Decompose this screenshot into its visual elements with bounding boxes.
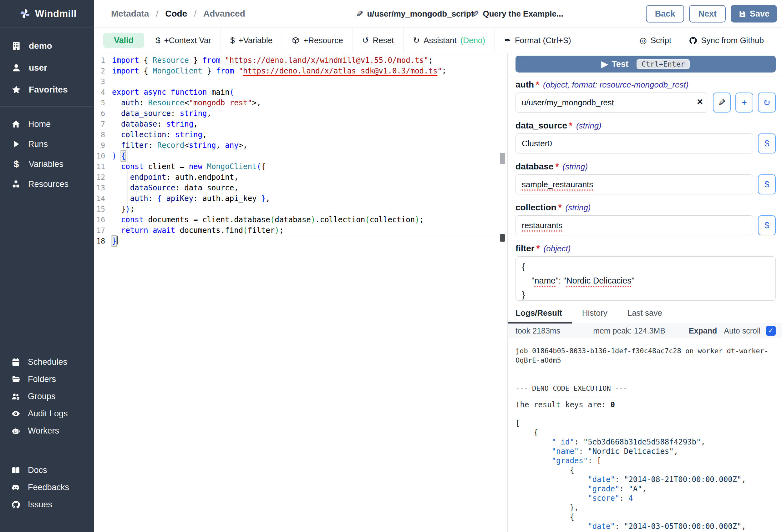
nav-label: Home xyxy=(28,119,51,129)
field-label-collection: collection* (string) xyxy=(516,202,776,213)
add-context-var-button[interactable]: $ +Context Var xyxy=(146,28,220,53)
required-mark: * xyxy=(569,121,572,131)
editor-toolbar: Valid $ +Context Var $ +Variable +Resour… xyxy=(94,28,782,53)
dollar-icon: $ xyxy=(765,180,770,189)
field-label-database: database* (string) xyxy=(516,162,776,172)
top-buttons: Back Next Save xyxy=(646,5,777,23)
logo[interactable]: Windmill xyxy=(0,0,94,28)
windmill-logo-icon xyxy=(20,8,31,20)
data-source-input[interactable]: Cluster0 xyxy=(516,134,753,153)
code-editor[interactable]: 1import { Resource } from "https://deno.… xyxy=(94,53,507,532)
add-context-var-label: +Context Var xyxy=(164,36,211,45)
field-label-data-source: data_source* (string) xyxy=(516,121,776,131)
add-variable-button[interactable]: $ +Variable xyxy=(220,28,282,53)
sidebar-item-groups[interactable]: Groups xyxy=(0,388,94,405)
clear-icon[interactable]: × xyxy=(697,96,703,108)
autoscroll-checkbox[interactable]: ✓ xyxy=(766,326,776,336)
required-mark: * xyxy=(536,243,540,254)
nav-label: Resources xyxy=(28,180,69,189)
sync-from-github-button[interactable]: Sync from Github xyxy=(689,28,764,53)
collection-input[interactable]: restaurants xyxy=(516,215,753,235)
run-panel: ▶ Test Ctrl+Enter auth* (object, format:… xyxy=(508,53,782,532)
tab-advanced[interactable]: Advanced xyxy=(203,9,245,19)
plus-icon: + xyxy=(742,98,747,108)
refresh-icon: ↻ xyxy=(763,98,771,108)
test-button[interactable]: ▶ Test Ctrl+Enter xyxy=(516,55,776,73)
add-resource-button[interactable]: +Resource xyxy=(282,28,352,53)
result-divider xyxy=(508,396,782,396)
admin-label: Workers xyxy=(28,426,59,436)
editor-scrollbar-thumb[interactable] xyxy=(500,153,505,164)
sidebar-item-runs[interactable]: Runs xyxy=(0,134,94,154)
footer-label: Docs xyxy=(28,465,47,475)
script-kind-button[interactable]: ◎ Script xyxy=(640,28,671,53)
sidebar-item-schedules[interactable]: Schedules xyxy=(0,353,94,371)
top-bar: Metadata / Code / Advanced ✎ u/user/my_m… xyxy=(94,0,782,28)
expand-button[interactable]: Expand xyxy=(689,326,717,335)
sidebar-divider xyxy=(0,106,94,107)
database-input[interactable]: sample_restaurants xyxy=(516,175,753,194)
field-row-data-source: Cluster0 $ xyxy=(516,134,776,153)
refresh-resource-button[interactable]: ↻ xyxy=(758,92,776,113)
tab-last-save[interactable]: Last save xyxy=(617,308,672,323)
user-label: user xyxy=(29,63,47,73)
sidebar-item-folders[interactable]: Folders xyxy=(0,371,94,388)
sidebar-item-feedbacks[interactable]: Feedbacks xyxy=(0,479,94,496)
tab-logs-result[interactable]: Logs/Result xyxy=(508,308,572,324)
run-duration: took 2183ms xyxy=(516,326,560,335)
save-icon xyxy=(738,10,747,18)
tab-code[interactable]: Code xyxy=(165,9,187,19)
sidebar-item-docs[interactable]: Docs xyxy=(0,462,94,479)
sidebar-item-workers[interactable]: Workers xyxy=(0,422,94,440)
code-lines[interactable]: 1import { Resource } from "https://deno.… xyxy=(94,55,507,246)
tab-metadata[interactable]: Metadata xyxy=(111,9,149,19)
next-button[interactable]: Next xyxy=(689,5,726,23)
field-type: (string) xyxy=(566,203,591,213)
insert-variable-button[interactable]: $ xyxy=(758,175,776,194)
script-path[interactable]: ✎ u/user/my_mongodb_script xyxy=(356,0,473,28)
dollar-icon: $ xyxy=(230,36,235,45)
edit-resource-button[interactable]: ✎ xyxy=(713,92,731,113)
autoscroll-label: Auto scroll xyxy=(724,326,760,335)
section-divider xyxy=(508,77,782,77)
save-button[interactable]: Save xyxy=(731,5,777,23)
insert-variable-button[interactable]: $ xyxy=(758,215,776,235)
assistant-label: Assistant xyxy=(424,36,457,45)
breadcrumb-separator: / xyxy=(156,9,158,19)
script-summary[interactable]: ✎ Query the Example... xyxy=(472,0,563,28)
pencil-icon: ✎ xyxy=(472,9,479,19)
auth-resource-input[interactable]: u/user/my_mongodb_rest × xyxy=(516,92,708,113)
add-variable-label: +Variable xyxy=(238,36,273,45)
field-label-auth: auth* (object, format: resource-mongodb_… xyxy=(516,80,776,90)
editor-overview-mark xyxy=(500,234,505,241)
user-icon xyxy=(11,63,21,73)
home-icon xyxy=(11,119,21,129)
field-name: auth xyxy=(516,80,534,90)
database-value: sample_restaurants xyxy=(522,180,593,189)
dollar-icon: $ xyxy=(11,159,21,169)
validity-badge: Valid xyxy=(103,33,144,48)
format-button[interactable]: ✒ Format (Ctrl+S) xyxy=(495,28,580,53)
insert-variable-button[interactable]: $ xyxy=(758,134,776,153)
sidebar-item-audit-logs[interactable]: Audit Logs xyxy=(0,405,94,422)
eye-icon xyxy=(11,409,20,418)
field-name: data_source xyxy=(516,121,567,131)
sidebar-item-favorites[interactable]: Favorites xyxy=(0,79,94,101)
back-button[interactable]: Back xyxy=(646,5,684,23)
tab-history[interactable]: History xyxy=(572,308,617,323)
nav-label: Runs xyxy=(28,140,48,149)
sidebar-item-resources[interactable]: Resources xyxy=(0,174,94,194)
assistant-button[interactable]: ↻ Assistant (Deno) xyxy=(403,28,495,53)
result-tabs: Logs/Result History Last save xyxy=(508,308,782,323)
add-resource-inline-button[interactable]: + xyxy=(735,92,753,113)
sidebar-item-home[interactable]: Home xyxy=(0,114,94,134)
sidebar-item-user[interactable]: user xyxy=(0,57,94,79)
filter-json-input[interactable]: { "name": "Nordic Delicacies"} xyxy=(516,256,776,301)
sidebar-footer-group: Docs Feedbacks Issues xyxy=(0,462,94,513)
sidebar-item-workspace-demo[interactable]: demo xyxy=(0,35,94,57)
nav-label: Variables xyxy=(29,159,64,169)
sidebar-item-variables[interactable]: $ Variables xyxy=(0,154,94,174)
reset-button[interactable]: ↺ Reset xyxy=(353,28,403,53)
footer-label: Issues xyxy=(28,500,52,509)
sidebar-item-issues[interactable]: Issues xyxy=(0,496,94,513)
